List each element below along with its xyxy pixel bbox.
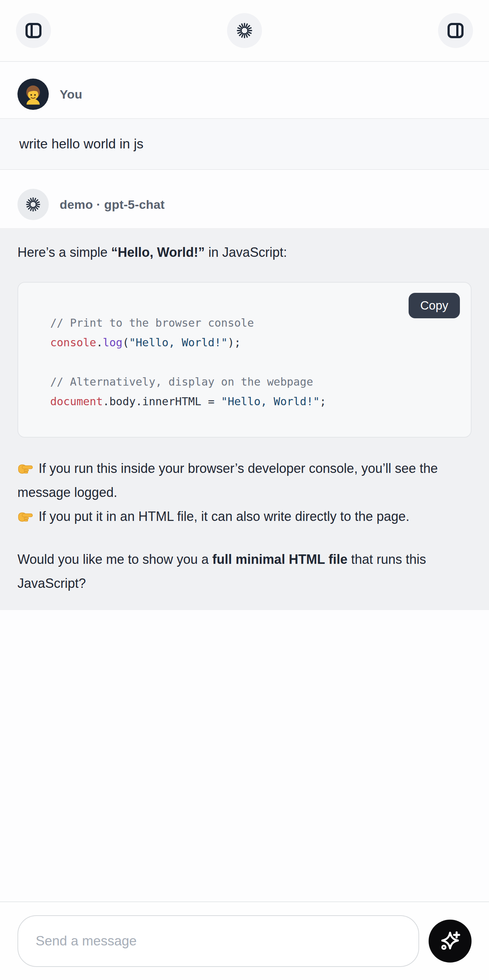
code-line: document.body.innerHTML = "Hello, World!…: [50, 392, 460, 411]
sender-name: You: [60, 87, 82, 102]
code-line: // Alternatively, display on the webpage: [50, 372, 460, 392]
chat-page: You write hello world in js demo · gpt-5…: [0, 0, 489, 980]
code-token: ;: [320, 395, 327, 408]
toggle-left-sidebar-button[interactable]: [16, 13, 51, 48]
top-bar: [0, 0, 489, 62]
text-segment: Would you like me to show you a: [18, 552, 212, 567]
copy-code-button[interactable]: Copy: [409, 293, 460, 318]
text-segment: If you run this inside your browser’s de…: [18, 461, 438, 500]
user-message-text: write hello world in js: [0, 118, 489, 170]
code-token: "Hello, World!": [221, 395, 320, 408]
send-button[interactable]: [428, 920, 471, 963]
assistant-message-panel: Here’s a simple “Hello, World!” in JavaS…: [0, 228, 489, 610]
text-segment: If you put it in an HTML file, it can al…: [35, 509, 409, 524]
sparkles-icon: [438, 929, 462, 953]
code-token: "Hello, World!": [129, 336, 228, 349]
assistant-question-text: Would you like me to show you a full min…: [18, 547, 471, 595]
code-token: log: [103, 336, 123, 349]
code-token: document: [50, 395, 103, 408]
code-token: console: [50, 336, 96, 349]
text-segment: full minimal HTML file: [212, 552, 347, 567]
composer-bar: [0, 901, 489, 980]
code-block: Copy // Print to the browser consolecons…: [18, 282, 471, 438]
code-token: // Print to the browser console: [50, 317, 254, 329]
assistant-sender-row: demo · gpt-5-chat: [18, 189, 471, 220]
sender-name: demo · gpt-5-chat: [60, 197, 165, 212]
starburst-icon: [236, 21, 253, 40]
message-input[interactable]: [18, 915, 419, 967]
text-segment: Here’s a simple: [18, 245, 111, 260]
starburst-icon: [25, 196, 41, 213]
pointing-right-emoji: [18, 461, 33, 475]
text-segment: “Hello, World!”: [111, 245, 204, 260]
avatar: [18, 79, 49, 110]
panel-left-icon: [24, 21, 43, 40]
model-button[interactable]: [227, 13, 262, 48]
code-token: (: [123, 336, 129, 349]
assistant-intro-text: Here’s a simple “Hello, World!” in JavaS…: [18, 240, 471, 264]
user-sender-row: You: [18, 79, 471, 110]
code-token: // Alternatively, display on the webpage: [50, 375, 313, 388]
panel-right-icon: [446, 21, 465, 40]
person-emoji: [22, 83, 45, 105]
assistant-tips-text: If you run this inside your browser’s de…: [18, 457, 471, 528]
avatar: [18, 189, 49, 220]
code-line: [50, 353, 460, 372]
pointing-right-emoji: [18, 510, 33, 523]
code-content: // Print to the browser consoleconsole.l…: [18, 283, 471, 437]
code-token: );: [228, 336, 241, 349]
code-line: // Print to the browser console: [50, 313, 460, 333]
text-segment: in JavaScript:: [205, 245, 287, 260]
code-token: .: [96, 336, 103, 349]
code-line: console.log("Hello, World!");: [50, 333, 460, 353]
toggle-right-panel-button[interactable]: [438, 13, 473, 48]
code-token: .body.innerHTML =: [103, 395, 221, 408]
